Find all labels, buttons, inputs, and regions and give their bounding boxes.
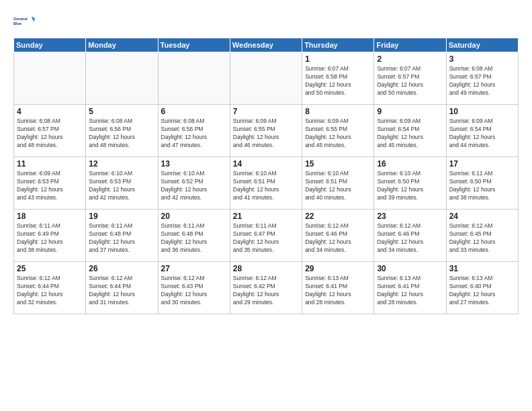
day-number: 9 — [377, 107, 443, 116]
day-info: Sunrise: 6:12 AM Sunset: 6:42 PM Dayligh… — [233, 275, 299, 307]
day-number: 12 — [89, 159, 154, 169]
day-info: Sunrise: 6:12 AM Sunset: 6:44 PM Dayligh… — [17, 275, 83, 307]
calendar-cell: 15Sunrise: 6:10 AM Sunset: 6:51 PM Dayli… — [302, 157, 374, 210]
day-number: 25 — [17, 264, 83, 273]
header: General Blue — [13, 11, 519, 32]
day-info: Sunrise: 6:12 AM Sunset: 6:46 PM Dayligh… — [305, 222, 371, 255]
calendar-cell: 10Sunrise: 6:09 AM Sunset: 6:54 PM Dayli… — [446, 105, 518, 157]
day-info: Sunrise: 6:10 AM Sunset: 6:52 PM Dayligh… — [161, 170, 227, 202]
svg-text:Blue: Blue — [13, 21, 21, 26]
day-number: 17 — [449, 159, 515, 169]
day-info: Sunrise: 6:10 AM Sunset: 6:51 PM Dayligh… — [233, 170, 299, 202]
svg-text:General: General — [13, 17, 28, 21]
day-info: Sunrise: 6:07 AM Sunset: 6:57 PM Dayligh… — [377, 65, 443, 97]
day-info: Sunrise: 6:11 AM Sunset: 6:48 PM Dayligh… — [161, 222, 227, 255]
day-info: Sunrise: 6:11 AM Sunset: 6:50 PM Dayligh… — [449, 170, 515, 202]
day-info: Sunrise: 6:13 AM Sunset: 6:41 PM Dayligh… — [377, 275, 443, 307]
day-number: 29 — [305, 264, 371, 273]
calendar-cell: 28Sunrise: 6:12 AM Sunset: 6:42 PM Dayli… — [230, 262, 302, 314]
col-header-tuesday: Tuesday — [158, 38, 230, 52]
logo-icon: General Blue — [13, 11, 35, 32]
day-info: Sunrise: 6:11 AM Sunset: 6:48 PM Dayligh… — [89, 222, 154, 255]
day-info: Sunrise: 6:12 AM Sunset: 6:45 PM Dayligh… — [449, 222, 515, 255]
day-number: 11 — [17, 159, 83, 169]
calendar-cell: 14Sunrise: 6:10 AM Sunset: 6:51 PM Dayli… — [230, 157, 302, 210]
calendar-cell: 29Sunrise: 6:13 AM Sunset: 6:41 PM Dayli… — [302, 262, 374, 314]
calendar-cell: 11Sunrise: 6:09 AM Sunset: 6:53 PM Dayli… — [14, 157, 86, 210]
col-header-sunday: Sunday — [14, 38, 86, 52]
calendar-cell: 31Sunrise: 6:13 AM Sunset: 6:40 PM Dayli… — [446, 262, 518, 314]
day-number: 23 — [377, 212, 443, 221]
day-info: Sunrise: 6:12 AM Sunset: 6:44 PM Dayligh… — [89, 275, 154, 307]
day-number: 16 — [377, 159, 443, 169]
col-header-friday: Friday — [374, 38, 446, 52]
day-number: 19 — [89, 212, 154, 221]
calendar-cell: 1Sunrise: 6:07 AM Sunset: 6:58 PM Daylig… — [302, 52, 374, 105]
day-info: Sunrise: 6:09 AM Sunset: 6:55 PM Dayligh… — [233, 118, 299, 150]
day-number: 28 — [233, 264, 299, 273]
day-info: Sunrise: 6:09 AM Sunset: 6:53 PM Dayligh… — [17, 170, 83, 202]
calendar-cell: 17Sunrise: 6:11 AM Sunset: 6:50 PM Dayli… — [446, 157, 518, 210]
day-number: 15 — [305, 159, 371, 169]
calendar-cell: 23Sunrise: 6:12 AM Sunset: 6:46 PM Dayli… — [374, 210, 446, 262]
day-number: 8 — [305, 107, 371, 116]
calendar-cell: 16Sunrise: 6:10 AM Sunset: 6:50 PM Dayli… — [374, 157, 446, 210]
day-number: 26 — [89, 264, 154, 273]
calendar-cell: 25Sunrise: 6:12 AM Sunset: 6:44 PM Dayli… — [14, 262, 86, 314]
calendar-cell: 18Sunrise: 6:11 AM Sunset: 6:49 PM Dayli… — [14, 210, 86, 262]
calendar-cell: 21Sunrise: 6:11 AM Sunset: 6:47 PM Dayli… — [230, 210, 302, 262]
day-info: Sunrise: 6:08 AM Sunset: 6:56 PM Dayligh… — [161, 118, 227, 150]
day-number: 3 — [449, 54, 515, 64]
day-info: Sunrise: 6:08 AM Sunset: 6:57 PM Dayligh… — [449, 65, 515, 97]
col-header-wednesday: Wednesday — [230, 38, 302, 52]
calendar-cell: 22Sunrise: 6:12 AM Sunset: 6:46 PM Dayli… — [302, 210, 374, 262]
calendar-cell: 9Sunrise: 6:09 AM Sunset: 6:54 PM Daylig… — [374, 105, 446, 157]
day-number: 18 — [17, 212, 83, 221]
calendar-cell: 24Sunrise: 6:12 AM Sunset: 6:45 PM Dayli… — [446, 210, 518, 262]
day-info: Sunrise: 6:11 AM Sunset: 6:47 PM Dayligh… — [233, 222, 299, 255]
day-info: Sunrise: 6:08 AM Sunset: 6:57 PM Dayligh… — [17, 118, 83, 150]
calendar-cell — [230, 52, 302, 105]
calendar-cell: 8Sunrise: 6:09 AM Sunset: 6:55 PM Daylig… — [302, 105, 374, 157]
day-number: 10 — [449, 107, 515, 116]
calendar-cell: 12Sunrise: 6:10 AM Sunset: 6:53 PM Dayli… — [86, 157, 158, 210]
day-info: Sunrise: 6:10 AM Sunset: 6:53 PM Dayligh… — [89, 170, 154, 202]
day-number: 22 — [305, 212, 371, 221]
calendar-cell: 4Sunrise: 6:08 AM Sunset: 6:57 PM Daylig… — [14, 105, 86, 157]
calendar-cell — [86, 52, 158, 105]
calendar-cell: 6Sunrise: 6:08 AM Sunset: 6:56 PM Daylig… — [158, 105, 230, 157]
day-number: 7 — [233, 107, 299, 116]
calendar-cell: 13Sunrise: 6:10 AM Sunset: 6:52 PM Dayli… — [158, 157, 230, 210]
calendar-cell: 3Sunrise: 6:08 AM Sunset: 6:57 PM Daylig… — [446, 52, 518, 105]
day-number: 4 — [17, 107, 83, 116]
day-info: Sunrise: 6:10 AM Sunset: 6:50 PM Dayligh… — [377, 170, 443, 202]
day-number: 5 — [89, 107, 154, 116]
calendar-cell: 7Sunrise: 6:09 AM Sunset: 6:55 PM Daylig… — [230, 105, 302, 157]
calendar-cell: 5Sunrise: 6:08 AM Sunset: 6:56 PM Daylig… — [86, 105, 158, 157]
calendar-cell: 20Sunrise: 6:11 AM Sunset: 6:48 PM Dayli… — [158, 210, 230, 262]
day-number: 27 — [161, 264, 227, 273]
day-info: Sunrise: 6:07 AM Sunset: 6:58 PM Dayligh… — [305, 65, 371, 97]
day-info: Sunrise: 6:09 AM Sunset: 6:54 PM Dayligh… — [449, 118, 515, 150]
day-info: Sunrise: 6:13 AM Sunset: 6:41 PM Dayligh… — [305, 275, 371, 307]
day-number: 13 — [161, 159, 227, 169]
day-info: Sunrise: 6:13 AM Sunset: 6:40 PM Dayligh… — [449, 275, 515, 307]
day-info: Sunrise: 6:08 AM Sunset: 6:56 PM Dayligh… — [89, 118, 154, 150]
day-number: 31 — [449, 264, 515, 273]
day-number: 2 — [377, 54, 443, 64]
calendar-cell: 27Sunrise: 6:12 AM Sunset: 6:43 PM Dayli… — [158, 262, 230, 314]
day-number: 21 — [233, 212, 299, 221]
day-info: Sunrise: 6:10 AM Sunset: 6:51 PM Dayligh… — [305, 170, 371, 202]
day-info: Sunrise: 6:09 AM Sunset: 6:54 PM Dayligh… — [377, 118, 443, 150]
day-number: 1 — [305, 54, 371, 64]
calendar-cell: 30Sunrise: 6:13 AM Sunset: 6:41 PM Dayli… — [374, 262, 446, 314]
calendar-cell: 26Sunrise: 6:12 AM Sunset: 6:44 PM Dayli… — [86, 262, 158, 314]
calendar-cell — [14, 52, 86, 105]
logo: General Blue — [13, 11, 35, 32]
day-info: Sunrise: 6:09 AM Sunset: 6:55 PM Dayligh… — [305, 118, 371, 150]
calendar: SundayMondayTuesdayWednesdayThursdayFrid… — [13, 38, 519, 314]
col-header-thursday: Thursday — [302, 38, 374, 52]
col-header-saturday: Saturday — [446, 38, 518, 52]
calendar-cell: 19Sunrise: 6:11 AM Sunset: 6:48 PM Dayli… — [86, 210, 158, 262]
calendar-cell: 2Sunrise: 6:07 AM Sunset: 6:57 PM Daylig… — [374, 52, 446, 105]
